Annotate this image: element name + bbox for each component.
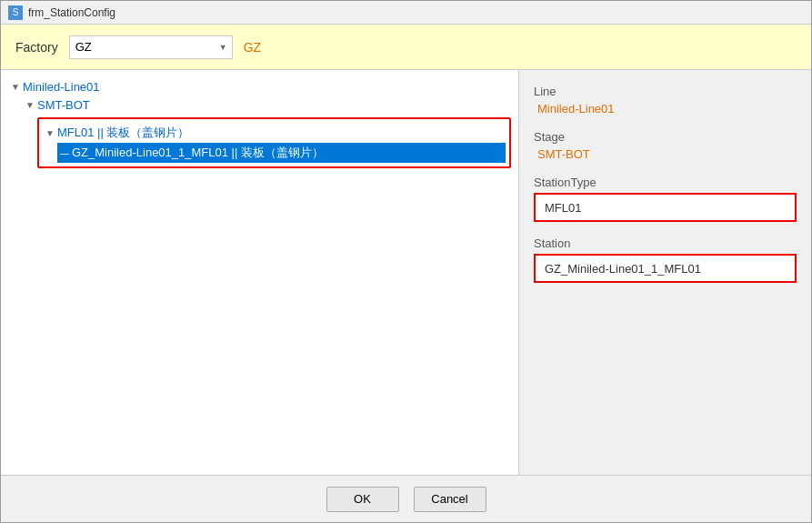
- expand-smtbot-icon: ▼: [23, 97, 37, 112]
- tree-smtbot-label: SMT-BOT: [37, 98, 90, 112]
- factory-select-wrapper[interactable]: GZ SH BJ: [69, 35, 233, 59]
- field-station: Station GZ_Miniled-Line01_1_MFL01: [534, 236, 797, 283]
- factory-select[interactable]: GZ SH BJ: [69, 35, 233, 59]
- station-type-value-box: MFL01: [534, 193, 797, 222]
- window-title: frm_StationConfig: [28, 6, 115, 19]
- stage-label: Stage: [534, 130, 797, 144]
- tree-children-smtbot: ▼ MFL01 || 装板（盖钢片） — GZ_Miniled-Line01_1…: [37, 117, 511, 168]
- expand-root-icon: ▼: [8, 79, 23, 94]
- tree-mfl01-label: MFL01 || 装板（盖钢片）: [57, 125, 189, 141]
- right-panel: Line Miniled-Line01 Stage SMT-BOT Statio…: [519, 70, 811, 475]
- tree-node-root[interactable]: ▼ Miniled-Line01: [8, 77, 511, 96]
- window-icon: S: [8, 5, 23, 20]
- field-line: Line Miniled-Line01: [534, 85, 797, 116]
- tree-highlight-mfl01: ▼ MFL01 || 装板（盖钢片） — GZ_Miniled-Line01_1…: [37, 117, 511, 168]
- tree-root-label: Miniled-Line01: [23, 80, 100, 94]
- main-window: S frm_StationConfig Factory GZ SH BJ GZ …: [0, 0, 812, 523]
- main-content: ▼ Miniled-Line01 ▼ SMT-BOT ▼: [1, 70, 811, 475]
- tree-node-mfl01[interactable]: ▼ MFL01 || 装板（盖钢片）: [43, 123, 506, 143]
- expand-mfl01-icon: ▼: [43, 126, 57, 140]
- tree-node-station[interactable]: — GZ_Miniled-Line01_1_MFL01 || 装板（盖钢片）: [57, 143, 506, 163]
- tree-children-mfl01: — GZ_Miniled-Line01_1_MFL01 || 装板（盖钢片）: [57, 143, 506, 163]
- cancel-button[interactable]: Cancel: [414, 487, 486, 512]
- field-stage: Stage SMT-BOT: [534, 130, 797, 161]
- tree: ▼ Miniled-Line01 ▼ SMT-BOT ▼: [8, 77, 511, 168]
- station-type-label: StationType: [534, 176, 797, 189]
- tree-node-smtbot[interactable]: ▼ SMT-BOT: [23, 96, 511, 114]
- tree-children-root: ▼ SMT-BOT ▼ MFL01 || 装板（盖钢片）: [23, 96, 511, 168]
- station-label: Station: [534, 236, 797, 250]
- factory-display-value: GZ: [244, 40, 261, 55]
- factory-label: Factory: [15, 40, 58, 55]
- line-value: Miniled-Line01: [534, 102, 615, 116]
- ok-button[interactable]: OK: [326, 487, 399, 512]
- station-type-value: MFL01: [545, 201, 581, 215]
- stage-value: SMT-BOT: [534, 147, 590, 161]
- station-value: GZ_Miniled-Line01_1_MFL01: [545, 262, 701, 276]
- toolbar: Factory GZ SH BJ GZ: [1, 25, 811, 70]
- footer: OK Cancel: [1, 475, 811, 522]
- left-panel: ▼ Miniled-Line01 ▼ SMT-BOT ▼: [1, 70, 519, 475]
- field-station-type: StationType MFL01: [534, 176, 797, 222]
- line-label: Line: [534, 85, 797, 98]
- expand-station-icon: —: [57, 146, 72, 160]
- title-bar: S frm_StationConfig: [1, 1, 811, 25]
- tree-station-label: GZ_Miniled-Line01_1_MFL01 || 装板（盖钢片）: [72, 145, 324, 161]
- station-value-box: GZ_Miniled-Line01_1_MFL01: [534, 254, 797, 283]
